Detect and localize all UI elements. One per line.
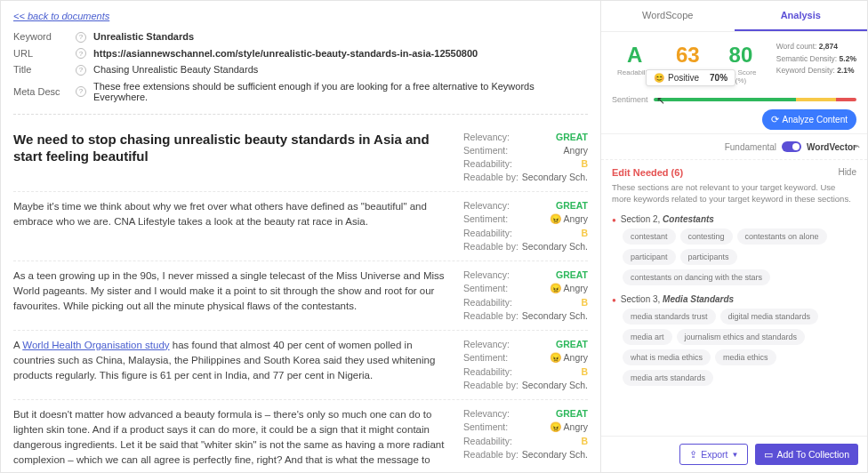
content-metrics: Relevancy:GREATSentiment:😠AngryReadabili… [463,407,588,473]
meta-label-keyword: Keyword [13,31,76,42]
section-title: Section 3, Media Standards [612,294,856,304]
keyword-tag[interactable]: media standards trust [623,309,716,325]
sentiment-label: Sentiment [612,95,648,104]
meta-value-desc: These free extensions should be sufficie… [93,81,588,102]
section-title: Section 2, Contestants [612,214,856,224]
keyword-tag[interactable]: digital media standards [720,309,819,325]
keyword-tag[interactable]: media ethics [715,349,776,365]
edit-section: Section 3, Media Standardsmedia standard… [601,291,867,391]
content-paragraph: As a teen growing up in the 90s, I never… [13,269,463,323]
keyword-tag[interactable]: media art [623,329,672,345]
content-metrics: Relevancy:GREATSentiment:😠AngryReadabili… [463,199,588,253]
wv-score: 80 [719,44,762,66]
meta-value-url: https://asiannewschannel.com/style/unrea… [93,48,588,59]
content-metrics: Relevancy:GREATSentiment:😠AngryReadabili… [463,338,588,392]
content-paragraph: But it doesn't matter how advanced a bea… [13,407,463,473]
keyword-tag[interactable]: contesting [680,228,733,245]
sentiment-bar [654,98,856,101]
toggle-left-label: Fundamental [725,142,776,152]
keyword-tag[interactable]: journalism ethics and standards [677,329,806,345]
bookmark-icon: ▭ [764,449,773,460]
chevron-up-icon[interactable]: ⌃ [853,143,862,156]
keyword-tag[interactable]: contestants on alone [737,228,827,245]
help-icon[interactable]: ? [76,48,86,59]
meta-value-keyword: Unrealistic Standards [93,31,588,42]
keyword-tag[interactable]: what is media ethics [623,349,711,365]
help-icon[interactable]: ? [76,32,86,43]
export-icon: ⇪ [689,449,697,460]
edit-description: These sections are not relevant to your … [601,181,867,211]
edit-needed-title: Edit Needed (6) [612,167,683,178]
mode-toggle[interactable] [782,141,801,152]
add-to-collection-button[interactable]: ▭ Add To Collection [755,444,858,465]
content-paragraph: A World Health Organisation study has fo… [13,338,463,392]
tab-analysis[interactable]: Analysis [735,1,868,31]
tab-wordscope[interactable]: WordScope [601,1,735,31]
main-content: << back to documents Keyword ? Unrealist… [1,1,600,472]
tabs: WordScope Analysis [601,1,867,32]
analyze-content-button[interactable]: Analyze Content [762,109,856,130]
content-row: We need to stop chasing unrealistic beau… [13,124,588,192]
content-metrics: Relevancy:GREATSentiment:😠AngryReadabili… [463,269,588,323]
content-paragraph: Maybe it's time we think about why we fr… [13,199,463,253]
content-row: A World Health Organisation study has fo… [13,331,588,400]
keyword-tag[interactable]: contestants on dancing with the stars [623,269,770,285]
readability-grade: A [614,44,656,66]
hide-button[interactable]: Hide [838,167,856,178]
edit-section: Section 2, Contestantscontestantcontesti… [601,211,867,291]
content-row: Maybe it's time we think about why we fr… [13,192,588,261]
content-row: As a teen growing up in the 90s, I never… [13,261,588,331]
meta-label-title: Title [13,64,76,75]
keyword-tag[interactable]: participant [623,249,676,265]
keyword-tag[interactable]: participants [680,249,737,265]
chevron-down-icon: ▼ [732,451,739,459]
smile-icon: 😊 [654,73,664,83]
analysis-panel: WordScope Analysis A Readability 63 Sent… [600,1,867,472]
keyword-tag[interactable]: contestant [623,228,676,245]
meta-label-desc: Meta Desc [13,86,76,97]
toggle-right-label: WordVector [807,142,856,152]
export-button[interactable]: ⇪ Export ▼ [679,444,748,465]
help-icon[interactable]: ? [76,65,86,76]
content-metrics: Relevancy:GREATSentiment:AngryReadabilit… [463,131,588,184]
meta-label-url: URL [13,48,76,59]
sentiment-tooltip: 😊 Positive 70% [646,69,735,86]
sentiment-score: 63 [667,44,710,66]
content-row: But it doesn't matter how advanced a bea… [13,400,588,473]
help-icon[interactable]: ? [76,86,86,97]
back-to-documents-link[interactable]: << back to documents [13,11,109,21]
score-card: A Readability 63 Sent. Score (%) 80 WL S… [601,32,867,134]
content-heading: We need to stop chasing unrealistic beau… [13,131,463,184]
meta-table: Keyword ? Unrealistic Standards URL ? ht… [13,28,588,105]
meta-value-title: Chasing Unrealistic Beauty Standards [93,64,588,75]
keyword-tag[interactable]: media arts standards [623,370,713,386]
